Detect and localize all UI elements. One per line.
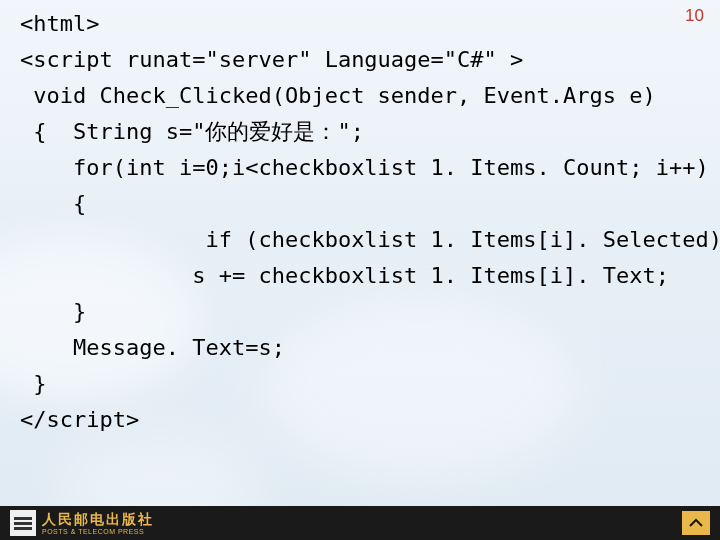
slide: 10 <html> <script runat="server" Languag… <box>0 0 720 540</box>
code-line: { <box>20 191 86 216</box>
code-line: void Check_Clicked(Object sender, Event.… <box>20 83 656 108</box>
publisher-text: 人民邮电出版社 POSTS & TELECOM PRESS <box>42 512 154 535</box>
code-line: { String s="你的爱好是："; <box>20 119 364 144</box>
publisher-mark-icon <box>10 510 36 536</box>
publisher-name-en: POSTS & TELECOM PRESS <box>42 528 154 535</box>
page-number: 10 <box>685 6 704 26</box>
code-line: <script runat="server" Language="C#" > <box>20 47 523 72</box>
publisher-logo: 人民邮电出版社 POSTS & TELECOM PRESS <box>10 510 154 536</box>
footer-bar: 人民邮电出版社 POSTS & TELECOM PRESS <box>0 506 720 540</box>
code-line: Message. Text=s; <box>20 335 285 360</box>
code-block: <html> <script runat="server" Language="… <box>20 6 660 438</box>
scroll-up-button[interactable] <box>682 511 710 535</box>
code-line: for(int i=0;i<checkboxlist 1. Items. Cou… <box>20 155 709 180</box>
publisher-name-cn: 人民邮电出版社 <box>42 512 154 526</box>
code-line: } <box>20 371 47 396</box>
code-line: </script> <box>20 407 139 432</box>
code-line: <html> <box>20 11 99 36</box>
code-line: s += checkboxlist 1. Items[i]. Text; <box>20 263 669 288</box>
code-line: } <box>20 299 86 324</box>
chevron-up-icon <box>688 517 704 529</box>
code-line: if (checkboxlist 1. Items[i]. Selected) <box>20 227 720 252</box>
